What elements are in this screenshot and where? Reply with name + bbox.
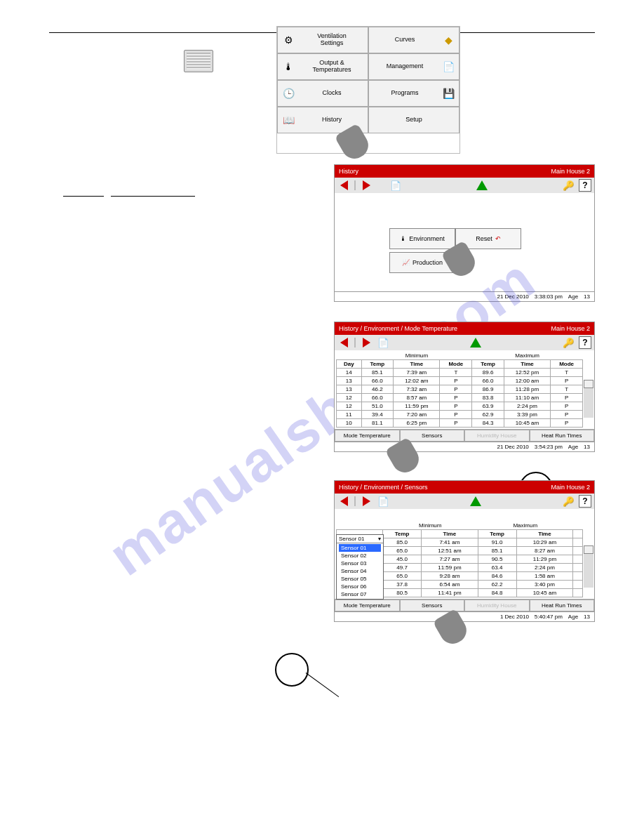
notes-button[interactable]: 📄 <box>377 337 389 348</box>
main-menu-grid: ⚙ Ventilation Settings Curves ◆ 🌡 Output… <box>276 26 460 154</box>
dropdown-option[interactable]: Sensor 05 <box>339 575 381 583</box>
sensor-dropdown[interactable]: Sensor 01▾ Sensor 01Sensor 02Sensor 03Se… <box>336 534 384 600</box>
notes-icon: 📄 <box>377 338 389 348</box>
notes-button[interactable]: 📄 <box>389 180 402 191</box>
cell: 12:02 am <box>394 377 440 385</box>
dropdown-option[interactable]: Sensor 01 <box>339 544 381 552</box>
status-age: 13 <box>584 444 590 450</box>
dropdown-option[interactable]: Sensor 02 <box>339 552 381 560</box>
menu-clocks[interactable]: 🕒 Clocks <box>277 80 368 107</box>
cell: 12:52 pm <box>504 369 550 377</box>
cell: 14 <box>337 369 362 377</box>
arrow-left-icon <box>340 180 348 190</box>
tab-mode-temperature[interactable]: Mode Temperature <box>335 600 400 611</box>
next-button[interactable] <box>360 180 373 191</box>
dropdown-option[interactable]: Sensor 07 <box>339 590 381 598</box>
alarm-button[interactable] <box>469 337 482 348</box>
tab-heat-run-times[interactable]: Heat Run Times <box>530 600 595 611</box>
environment-button[interactable]: 🌡 Environment <box>389 228 455 249</box>
th-time: Time <box>516 530 572 538</box>
key-button[interactable]: 🔑 <box>562 337 575 348</box>
dropdown-option[interactable]: Sensor 03 <box>339 560 381 567</box>
cell: 11 <box>337 411 362 419</box>
cell: 10:45 am <box>504 419 550 428</box>
cell: 65.0 <box>383 572 422 581</box>
chart-icon: 📈 <box>402 259 410 266</box>
cell: 83.8 <box>472 394 504 402</box>
th-mode: Mode <box>440 360 472 369</box>
cell: 12 <box>337 402 362 411</box>
menu-ventilation[interactable]: ⚙ Ventilation Settings <box>277 27 368 53</box>
notes-button[interactable]: 📄 <box>377 496 389 507</box>
cell: 7:20 am <box>394 411 440 419</box>
key-button[interactable]: 🔑 <box>562 180 575 191</box>
help-button[interactable]: ? <box>579 179 591 192</box>
cell: 66.0 <box>361 394 394 402</box>
cell: 9:28 am <box>422 572 478 581</box>
table-row: 1251.011:59 pmP63.92:24 pmP <box>337 402 583 411</box>
help-button[interactable]: ? <box>579 336 591 349</box>
prev-button[interactable] <box>337 496 350 507</box>
menu-management[interactable]: Management 📄 <box>368 53 459 80</box>
menu-curves[interactable]: Curves ◆ <box>368 27 459 53</box>
table-row: 1139.47:20 amP62.93:39 pmP <box>337 411 583 419</box>
status-bar: 21 Dec 2010 3:38:03 pm Age 13 <box>335 291 594 301</box>
cell: 89.6 <box>472 369 504 377</box>
status-time: 5:40:47 pm <box>535 614 563 620</box>
dropdown-option[interactable]: Sensor 06 <box>339 583 381 590</box>
panel-room: Main House 2 <box>551 484 590 491</box>
cell: P <box>440 419 472 428</box>
menu-label: Ventilation Settings <box>299 33 365 47</box>
tab-mode-temperature[interactable]: Mode Temperature <box>335 430 400 442</box>
help-button[interactable]: ? <box>579 495 591 508</box>
cell: 85.1 <box>361 369 394 377</box>
scrollbar[interactable] <box>584 380 593 418</box>
tab-humidity[interactable]: Humidity House <box>464 430 530 442</box>
group-minimum: Minimum <box>361 352 472 360</box>
dropdown-current[interactable]: Sensor 01▾ <box>337 535 383 543</box>
key-button[interactable]: 🔑 <box>562 496 575 507</box>
menu-label: Output & Temperatures <box>299 60 365 74</box>
disk-icon: 💾 <box>441 86 456 101</box>
alarm-icon <box>476 180 488 190</box>
cell <box>573 572 583 581</box>
prev-button[interactable] <box>337 180 350 191</box>
cell: 11:29 pm <box>516 555 572 564</box>
tab-heat-run-times[interactable]: Heat Run Times <box>530 430 595 442</box>
cell: 80.5 <box>383 589 422 597</box>
arrow-right-icon <box>363 496 370 506</box>
cell: P <box>551 411 583 419</box>
main-menu-icon <box>184 50 213 72</box>
scroll-thumb[interactable] <box>584 380 593 388</box>
cell: 91.0 <box>478 538 516 547</box>
toolbar: 📄 🔑 ? <box>335 178 594 193</box>
cell: 66.0 <box>361 377 394 385</box>
menu-label: Management <box>372 63 438 70</box>
prev-button[interactable] <box>337 337 350 348</box>
scrollbar[interactable] <box>584 545 593 588</box>
tab-humidity[interactable]: Humidity House <box>464 600 530 611</box>
cell: P <box>551 377 583 385</box>
gear-icon: ⚙ <box>281 32 296 48</box>
undo-icon: ↶ <box>495 235 501 242</box>
cell: 10:45 am <box>516 589 572 597</box>
panel-title: History / Environment / Sensors <box>339 484 428 491</box>
panel-sensors: History / Environment / Sensors Main Hou… <box>334 480 595 622</box>
cell: 51.0 <box>361 402 394 411</box>
next-button[interactable] <box>360 337 373 348</box>
cell: 85.1 <box>478 547 516 555</box>
cell: 6:54 am <box>422 581 478 589</box>
dropdown-option[interactable]: Sensor 04 <box>339 567 381 575</box>
alarm-button[interactable] <box>476 180 488 191</box>
notes-icon: 📄 <box>390 180 401 191</box>
arrow-right-icon <box>363 180 370 190</box>
cell <box>573 589 583 597</box>
menu-setup[interactable]: Setup <box>368 107 459 133</box>
scroll-thumb[interactable] <box>584 545 593 554</box>
menu-output[interactable]: 🌡 Output & Temperatures <box>277 53 368 80</box>
next-button[interactable] <box>360 496 373 507</box>
menu-programs[interactable]: Programs 💾 <box>368 80 459 107</box>
clock-icon: 🕒 <box>281 86 296 101</box>
alarm-button[interactable] <box>469 496 482 507</box>
cell: 10 <box>337 419 362 428</box>
